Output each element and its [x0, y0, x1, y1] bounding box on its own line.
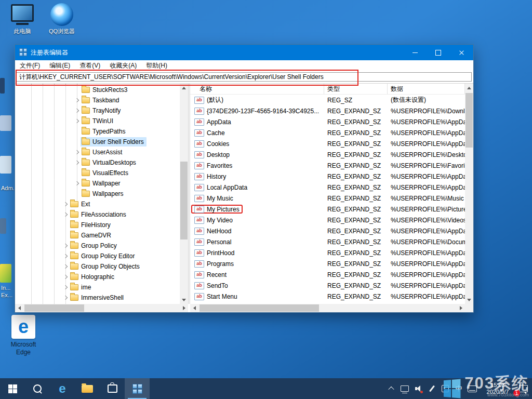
tree-item[interactable]: GameDVR — [15, 230, 180, 241]
column-header-name[interactable]: 名称 — [190, 84, 324, 94]
scroll-right-arrow[interactable] — [457, 304, 465, 312]
tree-item[interactable]: Group Policy — [15, 241, 180, 251]
ime-mode-button[interactable]: 中 — [452, 378, 466, 399]
list-vertical-scrollbar[interactable] — [465, 84, 473, 304]
scrollbar-thumb[interactable] — [466, 93, 473, 148]
tree-node[interactable]: Wallpaper — [81, 179, 123, 188]
tree-item[interactable]: UserAssist — [15, 147, 180, 157]
value-name-cell[interactable]: ab (默认) — [191, 96, 227, 104]
value-name-cell[interactable]: ab {374DE290-123F-4565-9164-39C4925... — [191, 107, 322, 115]
chevron-right-icon[interactable] — [62, 294, 69, 301]
value-name-cell[interactable]: ab Personal — [191, 237, 234, 246]
column-header-data[interactable]: 数据 — [388, 84, 465, 94]
tree-item[interactable]: TWinUI — [15, 116, 180, 126]
chevron-right-icon[interactable] — [73, 97, 81, 104]
registry-value-row[interactable]: ab Local AppData REG_EXPAND_SZ %USERPROF… — [190, 182, 465, 193]
minimize-button[interactable] — [403, 45, 427, 60]
tree-node[interactable]: TrayNotify — [81, 106, 123, 115]
tree-node[interactable]: User Shell Folders — [81, 137, 147, 147]
desktop-icon-this-pc[interactable]: 此电脑 — [5, 4, 39, 35]
tree-node[interactable]: Group Policy Editor — [69, 251, 137, 261]
taskbar-search-button[interactable] — [25, 378, 50, 399]
registry-value-row[interactable]: ab Cache REG_EXPAND_SZ %USERPROFILE%\App… — [190, 127, 465, 138]
desktop-icon-qq-browser[interactable]: QQ浏览器 — [45, 3, 79, 35]
value-name-cell[interactable]: ab Start Menu — [191, 292, 241, 301]
taskbar-regedit-button[interactable] — [125, 378, 150, 399]
tree-node[interactable]: Holographic — [69, 272, 117, 282]
registry-value-row[interactable]: ab {374DE290-123F-4565-9164-39C4925... R… — [190, 105, 465, 116]
value-name-cell[interactable]: ab NetHood — [191, 227, 234, 235]
title-bar[interactable]: 注册表编辑器 — [15, 45, 473, 60]
tree-node[interactable]: TypedPaths — [81, 127, 128, 136]
tray-network-button[interactable] — [398, 378, 411, 399]
registry-value-row[interactable]: ab Favorites REG_EXPAND_SZ %USERPROFILE%… — [190, 160, 465, 171]
touch-keyboard-button[interactable] — [466, 378, 479, 399]
registry-value-row[interactable]: ab My Music REG_EXPAND_SZ %USERPROFILE%\… — [190, 193, 465, 204]
scrollbar-thumb[interactable] — [24, 304, 84, 312]
scroll-down-arrow[interactable] — [180, 296, 188, 304]
tree-item[interactable]: Group Policy Objects — [15, 261, 180, 272]
maximize-button[interactable] — [427, 45, 450, 60]
desktop-icon-microsoft-edge[interactable]: e Microsoft Edge — [6, 315, 41, 356]
chevron-right-icon[interactable] — [62, 211, 69, 218]
close-button[interactable] — [450, 45, 473, 60]
tree-node[interactable]: FileHistory — [69, 220, 113, 230]
tree-horizontal-scrollbar[interactable] — [15, 304, 188, 312]
scroll-right-arrow[interactable] — [180, 304, 188, 312]
chevron-right-icon[interactable] — [62, 201, 69, 208]
chevron-right-icon[interactable] — [62, 273, 69, 281]
menu-item[interactable]: 文件(F) — [15, 61, 45, 70]
registry-value-row[interactable]: ab Cookies REG_EXPAND_SZ %USERPROFILE%\A… — [190, 138, 465, 149]
tree-node[interactable]: UserAssist — [81, 148, 125, 157]
value-name-cell[interactable]: ab Recent — [191, 270, 230, 279]
menu-item[interactable]: 帮助(H) — [141, 61, 172, 70]
registry-value-row[interactable]: ab Personal REG_EXPAND_SZ %USERPROFILE%\… — [190, 236, 465, 247]
tree-node[interactable]: Taskband — [81, 96, 122, 105]
chevron-right-icon[interactable] — [62, 284, 69, 291]
value-name-cell[interactable]: ab History — [191, 172, 229, 181]
tree-vertical-scrollbar[interactable] — [180, 84, 188, 304]
tree-node[interactable]: Group Policy Objects — [69, 262, 142, 271]
value-name-cell[interactable]: ab Favorites — [191, 161, 235, 170]
chevron-right-icon[interactable] — [73, 159, 81, 166]
scroll-left-arrow[interactable] — [15, 304, 23, 312]
value-name-cell[interactable]: ab Cookies — [191, 139, 232, 148]
tray-indicator-button[interactable] — [438, 378, 452, 399]
scroll-left-arrow[interactable] — [190, 304, 198, 312]
tree-item[interactable]: VirtualDesktops — [15, 157, 180, 168]
scroll-up-arrow[interactable] — [180, 84, 188, 92]
tree-node[interactable]: TWinUI — [81, 116, 116, 126]
start-button[interactable] — [0, 378, 25, 399]
tree-item[interactable]: ImmersiveShell — [15, 292, 180, 303]
registry-value-row[interactable]: ab (默认) REG_SZ (数值未设置) — [190, 95, 465, 105]
value-name-cell[interactable]: ab PrintHood — [191, 248, 237, 257]
registry-value-row[interactable]: ab My Pictures REG_EXPAND_SZ %USERPROFIL… — [190, 204, 465, 215]
value-name-cell[interactable]: ab My Pictures — [191, 205, 243, 214]
taskbar-edge-button[interactable]: e — [50, 378, 75, 399]
taskbar-file-explorer-button[interactable] — [75, 378, 100, 399]
tray-volume-button[interactable] — [411, 378, 425, 399]
tree-node[interactable]: ImmersiveShell — [69, 293, 126, 302]
tree-node[interactable]: VisualEffects — [81, 168, 131, 178]
tree-node[interactable]: VirtualDesktops — [81, 158, 139, 167]
registry-value-row[interactable]: ab Desktop REG_EXPAND_SZ %USERPROFILE%\D… — [190, 149, 465, 160]
tree-item[interactable]: ime — [15, 282, 180, 292]
taskbar-clock[interactable]: 15:03 2020/9/7 — [481, 382, 514, 395]
address-bar[interactable] — [16, 72, 472, 82]
chevron-right-icon[interactable] — [62, 242, 69, 249]
tree-node[interactable]: GameDVR — [69, 231, 114, 240]
scroll-up-arrow[interactable] — [465, 84, 473, 92]
scrollbar-thumb[interactable] — [180, 162, 188, 240]
tree-item[interactable]: StuckRects3 — [15, 85, 180, 95]
chevron-right-icon[interactable] — [73, 149, 81, 156]
tray-ink-button[interactable] — [425, 378, 438, 399]
registry-value-row[interactable]: ab AppData REG_EXPAND_SZ %USERPROFILE%\A… — [190, 116, 465, 127]
value-name-cell[interactable]: ab Programs — [191, 259, 237, 268]
registry-value-row[interactable]: ab Recent REG_EXPAND_SZ %USERPROFILE%\Ap… — [190, 269, 465, 280]
list-horizontal-scrollbar[interactable] — [190, 304, 465, 312]
registry-value-row[interactable]: ab Programs REG_EXPAND_SZ %USERPROFILE%\… — [190, 258, 465, 269]
tree-item[interactable]: FileHistory — [15, 220, 180, 230]
tree-item[interactable]: Wallpaper — [15, 178, 180, 189]
registry-value-row[interactable]: ab PrintHood REG_EXPAND_SZ %USERPROFILE%… — [190, 247, 465, 258]
tree-node[interactable]: FileAssociations — [69, 210, 129, 219]
